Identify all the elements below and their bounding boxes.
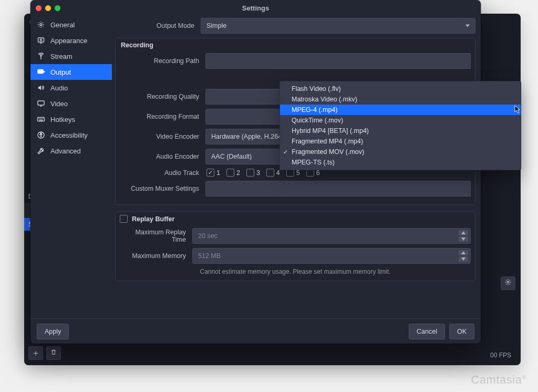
dialog-title: Settings — [242, 4, 269, 12]
remove-scene-button[interactable] — [46, 346, 61, 360]
settings-dialog: Settings General Appearance Stream Outpu… — [30, 0, 481, 344]
output-mode-label: Output Mode — [115, 22, 196, 29]
sidebar-item-label: Hotkeys — [50, 116, 75, 123]
speaker-icon — [37, 84, 45, 92]
add-scene-button[interactable]: ＋ — [28, 346, 43, 360]
settings-sidebar: General Appearance Stream Output Audio V… — [30, 16, 112, 318]
sidebar-item-accessibility[interactable]: Accessibility — [30, 127, 112, 143]
audio-track-3-checkbox[interactable] — [246, 169, 254, 177]
output-mode-select[interactable]: Simple — [201, 18, 475, 34]
chevron-up-icon[interactable] — [459, 230, 468, 235]
svg-point-8 — [40, 39, 42, 40]
dropdown-option[interactable]: Hybrid MP4 [BETA] (.mp4) — [280, 126, 521, 136]
dropdown-option[interactable]: Matroska Video (.mkv) — [280, 94, 521, 105]
max-replay-time-label: Maximum Replay Time — [120, 229, 188, 243]
sidebar-item-label: General — [50, 21, 75, 29]
svg-point-14 — [40, 133, 42, 134]
dropdown-option[interactable]: MPEG-4 (.mp4) — [280, 105, 521, 115]
dialog-footer: Apply Cancel OK — [30, 318, 481, 344]
dropdown-option[interactable]: QuickTime (.mov) — [280, 115, 521, 126]
settings-content: Output Mode Simple Recording Recording P… — [112, 16, 481, 318]
replay-buffer-info: Cannot estimate memory usage. Please set… — [120, 268, 471, 275]
close-icon[interactable] — [36, 5, 42, 11]
replay-buffer-section: Replay Buffer Maximum Replay Time 20 sec… — [115, 211, 475, 281]
scene-dock-toolbar: ＋ — [28, 346, 61, 360]
sidebar-item-stream[interactable]: Stream — [30, 48, 112, 64]
replay-buffer-checkbox[interactable] — [120, 215, 128, 223]
minimize-icon[interactable] — [45, 5, 51, 11]
zoom-icon[interactable] — [55, 5, 60, 11]
audio-encoder-label: Audio Encoder — [120, 153, 201, 160]
recording-format-dropdown[interactable]: Flash Video (.flv)Matroska Video (.mkv)M… — [280, 81, 521, 170]
settings-traffic-lights[interactable] — [36, 5, 60, 11]
dropdown-option[interactable]: MPEG-TS (.ts) — [280, 157, 521, 168]
dropdown-option[interactable]: Fragmented MP4 (.mp4) — [280, 136, 521, 147]
custom-muxer-input[interactable] — [205, 181, 471, 197]
sidebar-item-label: Output — [50, 68, 71, 76]
dropdown-option[interactable]: Fragmented MOV (.mov) — [280, 147, 521, 157]
sidebar-item-hotkeys[interactable]: Hotkeys — [30, 111, 112, 127]
recording-path-input[interactable] — [205, 53, 471, 69]
sidebar-item-general[interactable]: General — [30, 17, 112, 33]
replay-buffer-heading: Replay Buffer — [132, 215, 174, 223]
gear-icon — [37, 20, 45, 29]
max-memory-label: Maximum Memory — [120, 252, 188, 260]
svg-point-6 — [40, 24, 42, 26]
antenna-icon — [37, 52, 45, 60]
keyboard-icon — [37, 115, 45, 123]
sidebar-item-label: Audio — [50, 84, 68, 92]
row-output-mode: Output Mode Simple — [115, 18, 475, 34]
audio-track-label: Audio Track — [120, 169, 201, 177]
audio-track-1-checkbox[interactable] — [206, 169, 214, 177]
dropdown-option[interactable]: Flash Video (.flv) — [280, 84, 521, 94]
ok-button[interactable]: OK — [449, 324, 474, 339]
svg-point-9 — [40, 55, 42, 56]
max-replay-time-spinbox[interactable]: 20 sec — [192, 228, 471, 244]
settings-gear-button[interactable] — [501, 276, 515, 290]
recording-heading: Recording — [121, 42, 471, 49]
output-mode-value: Simple — [206, 22, 226, 29]
max-memory-spinbox[interactable]: 512 MB — [192, 248, 471, 264]
sidebar-item-audio[interactable]: Audio — [30, 80, 112, 96]
sidebar-item-label: Stream — [50, 53, 73, 60]
sidebar-item-label: Accessibility — [50, 131, 88, 139]
fps-readout: 00 FPS — [490, 352, 511, 359]
chevron-down-icon[interactable] — [459, 236, 468, 242]
wrench-icon — [37, 147, 45, 155]
output-icon — [37, 68, 45, 76]
svg-rect-10 — [38, 70, 43, 74]
sidebar-item-label: Advanced — [50, 147, 81, 155]
settings-titlebar: Settings — [30, 0, 481, 16]
svg-rect-7 — [38, 38, 44, 42]
recording-format-label: Recording Format — [120, 113, 201, 120]
accessibility-icon — [37, 131, 45, 139]
watermark: Camtasia® — [471, 373, 526, 387]
sidebar-item-video[interactable]: Video — [30, 96, 112, 111]
paint-icon — [37, 36, 45, 45]
apply-button[interactable]: Apply — [37, 324, 69, 339]
audio-track-2-checkbox[interactable] — [226, 169, 234, 177]
recording-quality-label: Recording Quality — [120, 93, 201, 100]
svg-point-5 — [507, 281, 509, 283]
sidebar-item-advanced[interactable]: Advanced — [30, 143, 112, 159]
svg-rect-12 — [38, 118, 45, 121]
chevron-up-icon[interactable] — [459, 250, 468, 255]
sidebar-item-label: Video — [50, 100, 68, 108]
svg-rect-11 — [38, 101, 44, 105]
cancel-button[interactable]: Cancel — [409, 324, 445, 339]
audio-track-4-checkbox[interactable] — [266, 169, 274, 177]
chevron-down-icon[interactable] — [459, 256, 468, 262]
sidebar-item-appearance[interactable]: Appearance — [30, 33, 112, 48]
monitor-icon — [37, 99, 45, 108]
sidebar-item-label: Appearance — [50, 37, 87, 45]
recording-path-label: Recording Path — [120, 57, 201, 65]
video-encoder-label: Video Encoder — [120, 133, 201, 140]
custom-muxer-label: Custom Muxer Settings — [120, 185, 201, 192]
sidebar-item-output[interactable]: Output — [30, 64, 112, 80]
